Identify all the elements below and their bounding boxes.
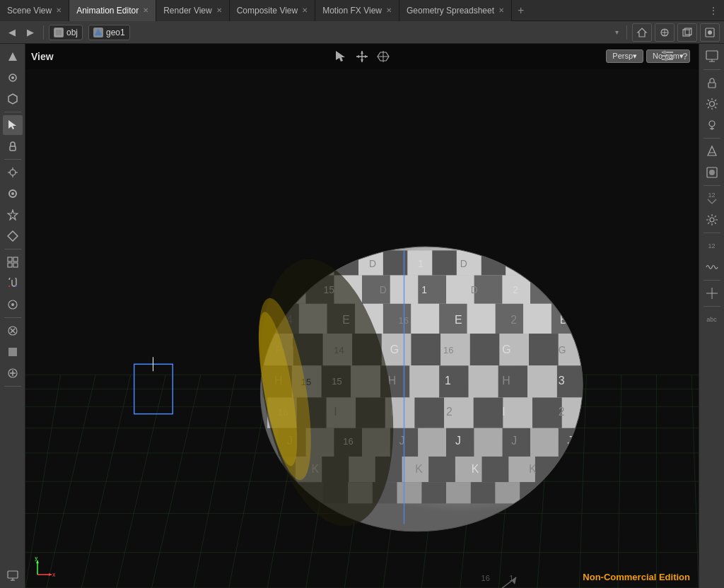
crosshair-tool[interactable]: [3, 163, 23, 182]
svg-rect-32: [13, 263, 18, 267]
svg-rect-1: [57, 30, 61, 35]
magnet-tool[interactable]: [3, 274, 23, 293]
rt-num12b-btn[interactable]: 12: [702, 236, 722, 256]
svg-rect-263: [706, 51, 718, 59]
ring-select-tool[interactable]: [3, 184, 23, 204]
svg-point-13: [708, 30, 712, 35]
tab-geometry-spreadsheet[interactable]: Geometry Spreadsheet ✕: [399, 0, 512, 21]
diamond-tool[interactable]: [3, 226, 23, 246]
rt-abc-btn[interactable]: abc: [702, 310, 722, 329]
tab-close-animation-editor[interactable]: ✕: [143, 6, 148, 14]
geo-path[interactable]: geo1: [88, 25, 130, 40]
svg-text:G: G: [502, 343, 510, 355]
svg-text:G: G: [390, 343, 399, 355]
back-button[interactable]: ◀: [4, 25, 20, 40]
svg-text:J: J: [511, 435, 517, 447]
main-toolbar: ◀ ▶ obj geo1 ▾: [0, 21, 724, 44]
rt-lock-btn[interactable]: [702, 73, 722, 93]
tab-close-render-view[interactable]: ✕: [216, 6, 222, 14]
svg-rect-128: [411, 304, 439, 334]
viewport-canvas[interactable]: D 1 D 2 B 15 D 1 D 2 B 4 E 16 E 2 B: [25, 69, 699, 588]
svg-text:1: 1: [445, 375, 451, 387]
svg-text:1: 1: [418, 257, 424, 269]
tab-close-composite-view[interactable]: ✕: [302, 6, 308, 14]
svg-marker-47: [336, 51, 345, 61]
svg-point-20: [10, 170, 16, 175]
forward-button[interactable]: ▶: [23, 25, 38, 40]
svg-point-276: [709, 121, 715, 127]
svg-rect-44: [8, 571, 18, 578]
svg-rect-142: [529, 334, 559, 365]
render-icon-btn[interactable]: [700, 23, 720, 42]
box-nav-btn[interactable]: [677, 23, 697, 42]
rt-wave-btn[interactable]: [702, 257, 722, 277]
lt-sep-4: [4, 317, 21, 318]
rt-light1-btn[interactable]: [702, 94, 722, 114]
svg-rect-165: [474, 398, 503, 428]
svg-rect-141: [470, 334, 500, 365]
tab-scene-view[interactable]: Scene View ✕: [0, 0, 69, 21]
svg-rect-176: [418, 428, 446, 457]
svg-text:H: H: [502, 375, 510, 387]
svg-point-60: [667, 54, 670, 57]
arrow-select-tool[interactable]: [3, 115, 23, 135]
rt-shader-btn[interactable]: [702, 141, 722, 161]
rt-render-btn[interactable]: [702, 163, 722, 182]
rt-settings3-btn[interactable]: [702, 210, 722, 230]
home-icon-btn[interactable]: [632, 23, 652, 42]
paint-tool[interactable]: [3, 68, 23, 88]
svg-marker-52: [356, 55, 359, 58]
svg-rect-152: [409, 365, 439, 397]
svg-text:2: 2: [513, 284, 518, 295]
svg-text:K: K: [472, 463, 479, 475]
lt-sep-1: [4, 112, 21, 112]
lock-view-tool[interactable]: [3, 136, 23, 156]
rotate-icon-btn[interactable]: [375, 48, 392, 65]
view-help-icon[interactable]: ?: [677, 48, 693, 64]
svg-text:G: G: [559, 344, 566, 355]
tab-animation-editor[interactable]: Animation Editor ✕: [69, 0, 156, 21]
tab-close-scene-view[interactable]: ✕: [56, 6, 62, 14]
delete-tool[interactable]: [3, 321, 23, 341]
obj-path[interactable]: obj: [49, 25, 83, 40]
circle-nav-btn[interactable]: [655, 23, 675, 42]
rt-light2-btn[interactable]: [702, 115, 722, 135]
rt-sep-6: [703, 306, 720, 307]
svg-rect-266: [708, 83, 716, 88]
left-toolbar: [0, 44, 25, 588]
viewport[interactable]: View ?: [25, 44, 699, 588]
rt-num12-btn[interactable]: 12: [702, 189, 722, 208]
rt-crosshair-btn[interactable]: [702, 283, 722, 303]
transform-icon-btn[interactable]: [354, 48, 370, 65]
tab-add-button[interactable]: +: [512, 0, 530, 21]
svg-text:16: 16: [443, 345, 453, 355]
svg-rect-194: [471, 482, 496, 503]
select-icon-btn[interactable]: [332, 48, 349, 65]
screen-tool[interactable]: [3, 565, 23, 585]
tab-close-geometry-spreadsheet[interactable]: ✕: [498, 6, 504, 14]
svg-rect-166: [532, 398, 562, 428]
lt-sep-3: [4, 249, 21, 249]
solid-select-tool[interactable]: [3, 342, 23, 362]
group-select-tool[interactable]: [3, 252, 23, 272]
toolbar-dropdown-arrow[interactable]: ▾: [612, 25, 621, 40]
star-tool[interactable]: [3, 205, 23, 225]
view-settings-icon[interactable]: [660, 48, 675, 64]
rt-display-btn[interactable]: [702, 47, 722, 66]
tab-close-motion-fx-view[interactable]: ✕: [386, 6, 392, 14]
geo-label: geo1: [106, 28, 125, 37]
svg-text:16: 16: [481, 574, 490, 582]
toolbar-sep-2: [626, 25, 627, 40]
tab-render-view[interactable]: Render View ✕: [156, 0, 229, 21]
tab-overflow-button[interactable]: ⋮: [703, 0, 724, 21]
tab-motion-fx-view[interactable]: Motion FX View ✕: [315, 0, 399, 21]
select-triangle-tool[interactable]: [3, 47, 23, 66]
tab-composite-view[interactable]: Composite View ✕: [230, 0, 315, 21]
toolbar-separator-1: [43, 25, 44, 40]
hex-tool[interactable]: [3, 89, 23, 109]
svg-point-26: [11, 192, 14, 195]
svg-rect-177: [474, 428, 503, 457]
add-node-tool[interactable]: [3, 363, 23, 383]
rt-sep-1: [703, 69, 720, 70]
pivot-tool[interactable]: [3, 295, 23, 314]
